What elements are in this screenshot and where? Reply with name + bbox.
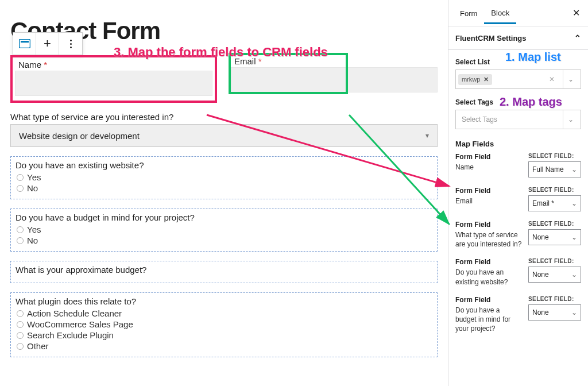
clear-list-icon[interactable]: ✕ [544,75,559,83]
email-input[interactable] [231,67,438,92]
radio-option[interactable]: Action Schedule Cleaner [17,308,432,318]
select-tags-label: Select Tags [455,98,581,106]
select-list-label: Select List [455,58,581,66]
question-label: Do you have a budget in mind for your pr… [16,213,432,222]
name-input[interactable] [15,71,212,96]
form-field-heading: Form Field [455,258,523,266]
editor-canvas: Contact Form + Name * Email * [0,0,448,386]
radio-icon [17,185,24,192]
conditional-block: What is your approximate budget? [10,261,438,283]
svg-rect-0 [19,40,30,48]
map-field-row: Form FieldWhat type of service are you i… [455,221,581,249]
service-select[interactable]: Website design or development ▾ [10,124,438,147]
question-label: What is your approximate budget? [16,265,432,275]
name-label: Name * [15,59,212,71]
block-type-icon[interactable] [13,33,36,55]
form-field-name: Email [455,196,523,206]
select-field-dropdown[interactable]: None⌄ [528,229,581,245]
chevron-down-icon: ▾ [425,132,429,140]
settings-sidebar: Form Block ✕ FluentCRM Settings ⌃ Select… [448,0,588,386]
chevron-down-icon: ⌄ [571,271,577,279]
panel-title: FluentCRM Settings [455,34,527,43]
tab-form[interactable]: Form [453,2,484,24]
tab-block[interactable]: Block [484,2,516,24]
radio-option[interactable]: Yes [17,225,432,234]
radio-label: No [27,183,38,193]
panel-header[interactable]: FluentCRM Settings ⌃ [448,26,588,50]
select-tags-placeholder: Select Tags [458,115,497,123]
block-toolbar: + [13,32,83,55]
select-field-value: Full Name [532,165,564,173]
conditional-block: What plugin does this relate to?Action S… [10,292,438,357]
list-chip-label: mrkwp [462,76,480,83]
form-field-name: Name [455,163,523,172]
map-field-row: Form FieldDo you have an existing websit… [455,258,581,286]
select-field-heading: SELECT FIELD: [528,221,581,227]
email-field-wrap: Email * [231,55,438,103]
more-options-button[interactable] [59,33,82,55]
select-field-dropdown[interactable]: None⌄ [528,304,581,321]
radio-option[interactable]: Other [17,341,432,351]
radio-label: Action Schedule Cleaner [27,308,122,318]
radio-label: Yes [27,172,41,182]
select-field-heading: SELECT FIELD: [528,187,581,193]
radio-icon [17,332,24,339]
chevron-down-icon[interactable]: ⌄ [563,110,578,129]
form-field-heading: Form Field [455,296,523,304]
radio-icon [17,226,24,233]
add-block-button[interactable]: + [36,33,59,55]
email-label-text: Email [234,56,256,66]
select-field-dropdown[interactable]: Email *⌄ [528,195,581,211]
select-field-value: None [532,308,549,316]
question-label: What plugin does this relate to? [16,296,432,306]
radio-label: Other [27,341,49,351]
panel-body: Select List mrkwp ✕ ✕ ⌄ Select Tags Sele… [448,50,588,386]
select-list-input[interactable]: mrkwp ✕ ✕ ⌄ [455,70,581,89]
chevron-down-icon: ⌄ [571,199,577,207]
list-chip: mrkwp ✕ [458,74,492,85]
form-field-heading: Form Field [455,153,523,161]
chevron-down-icon: ⌄ [571,233,577,241]
sidebar-tabs: Form Block ✕ [448,0,588,26]
chevron-down-icon[interactable]: ⌄ [563,70,578,88]
map-field-row: Form FieldNameSELECT FIELD:Full Name⌄ [455,153,581,177]
service-selected-value: Website design or development [19,131,140,141]
select-field-dropdown[interactable]: Full Name⌄ [528,161,581,177]
radio-icon [17,343,24,350]
radio-option[interactable]: No [17,236,432,245]
form-field-heading: Form Field [455,187,523,195]
select-field-heading: SELECT FIELD: [528,296,581,302]
question-label: Do you have an existing website? [16,160,432,170]
service-label: What type of service are you interested … [10,112,438,122]
map-field-row: Form FieldDo you have a budget in mind f… [455,296,581,334]
chevron-up-icon: ⌃ [574,33,581,43]
radio-icon [17,321,24,328]
more-icon [70,40,72,48]
radio-label: Yes [27,225,41,234]
form-field-name: What type of service are you interested … [455,230,523,249]
required-asterisk: * [41,60,47,70]
name-label-text: Name [18,60,41,70]
form-field-name: Do you have a budget in mind for your pr… [455,306,523,334]
remove-chip-icon[interactable]: ✕ [483,76,489,83]
close-sidebar-button[interactable]: ✕ [567,3,586,24]
radio-option[interactable]: WooCommerce Sales Page [17,319,432,329]
conditional-block: Do you have a budget in mind for your pr… [10,209,438,252]
conditional-block: Do you have an existing website?YesNo [10,156,438,199]
chevron-down-icon: ⌄ [571,165,577,173]
radio-option[interactable]: Search Exclude Plugin [17,330,432,340]
map-fields-heading: Map Fields [455,140,581,148]
select-tags-input[interactable]: Select Tags ⌄ [455,110,581,129]
radio-option[interactable]: Yes [17,172,432,182]
service-block: What type of service are you interested … [10,112,438,147]
email-label: Email * [231,55,438,67]
radio-label: WooCommerce Sales Page [27,319,133,329]
map-field-row: Form FieldEmailSELECT FIELD:Email *⌄ [455,187,581,211]
svg-rect-1 [21,41,29,43]
radio-option[interactable]: No [17,183,432,193]
radio-label: No [27,236,38,245]
select-field-heading: SELECT FIELD: [528,153,581,159]
select-field-value: None [532,233,549,241]
select-field-dropdown[interactable]: None⌄ [528,267,581,283]
select-field-value: Email * [532,199,554,207]
